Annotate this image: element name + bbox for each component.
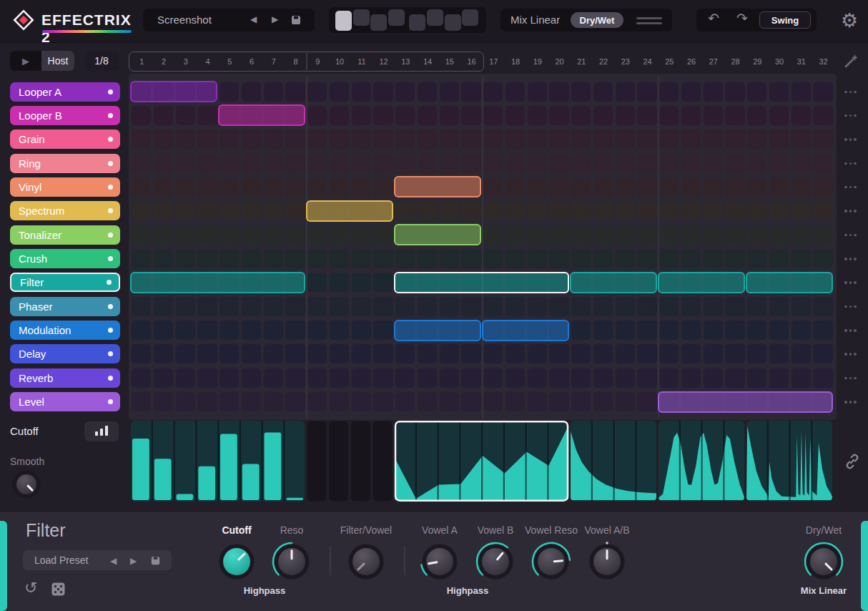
grid-cell[interactable] [747, 249, 766, 268]
grid-cell[interactable] [373, 368, 393, 388]
track-enable-dot[interactable] [108, 233, 113, 238]
column-number-31[interactable]: 31 [791, 53, 813, 70]
grid-cell[interactable] [637, 297, 656, 316]
grid-cell[interactable] [769, 225, 789, 245]
track-button-looper-a[interactable]: Looper A [10, 82, 120, 102]
grid-cell[interactable] [704, 154, 723, 173]
grid-cell[interactable] [791, 201, 811, 220]
grid-cell[interactable] [307, 344, 327, 363]
column-number-1[interactable]: 1 [131, 53, 153, 70]
grid-cell[interactable] [242, 201, 261, 220]
pattern-key-1[interactable] [335, 11, 352, 31]
grid-cell[interactable] [769, 154, 789, 173]
grid-cell[interactable] [813, 177, 832, 197]
grid-cell[interactable] [285, 154, 305, 173]
column-number-19[interactable]: 19 [527, 53, 549, 70]
grid-cell[interactable] [132, 321, 151, 340]
column-number-7[interactable]: 7 [263, 53, 285, 70]
grid-cell[interactable] [418, 201, 437, 220]
grid-cell[interactable] [769, 249, 789, 268]
grid-cell[interactable] [285, 177, 305, 197]
grid-cell[interactable] [769, 177, 789, 197]
grid-cell[interactable] [725, 201, 744, 220]
grid-cell[interactable] [483, 82, 503, 102]
track-button-phaser[interactable]: Phaser [10, 297, 120, 316]
grid-cell[interactable] [747, 154, 766, 173]
grid-cell[interactable] [395, 201, 415, 220]
grid-cell[interactable] [593, 392, 613, 411]
grid-cell[interactable] [747, 344, 766, 363]
grid-cell[interactable] [659, 225, 679, 245]
grid-cell[interactable] [440, 154, 459, 173]
grid-cell[interactable] [461, 249, 480, 268]
reso-knob[interactable] [271, 541, 312, 582]
grid-cell[interactable] [659, 129, 679, 149]
grid-cell[interactable] [176, 392, 195, 411]
grid-cell[interactable] [330, 106, 349, 125]
grid-cell[interactable] [483, 368, 503, 388]
grid-cell[interactable] [747, 321, 766, 340]
grid-cell[interactable] [395, 154, 415, 173]
preset-prev-button[interactable]: ◀ [250, 14, 257, 24]
grid-cell[interactable] [176, 344, 195, 363]
dry-wet-knob[interactable] [803, 541, 844, 582]
grid-cell[interactable] [813, 106, 832, 125]
grid-cell[interactable] [352, 249, 371, 268]
grid-cell[interactable] [220, 201, 239, 220]
grid-cell[interactable] [220, 344, 239, 363]
grid-cell[interactable] [307, 106, 327, 125]
column-number-29[interactable]: 29 [746, 53, 769, 70]
grid-cell[interactable] [528, 129, 547, 149]
grid-cell[interactable] [593, 82, 613, 102]
grid-cell[interactable] [791, 82, 811, 102]
grid-cell[interactable] [593, 368, 613, 388]
grid-cell[interactable] [197, 392, 217, 411]
grid-cell[interactable] [571, 368, 591, 388]
grid-cell[interactable] [352, 273, 371, 292]
grid-cell[interactable] [373, 129, 393, 149]
grid-cell[interactable] [659, 368, 679, 388]
smooth-knob[interactable] [9, 467, 44, 502]
grid-cell[interactable] [505, 82, 525, 102]
column-number-17[interactable]: 17 [483, 53, 505, 70]
row-menu-ellipsis[interactable] [844, 138, 860, 142]
grid-cell[interactable] [176, 129, 195, 149]
grid-cell[interactable] [176, 297, 195, 316]
grid-cell[interactable] [197, 297, 217, 316]
grid-cell[interactable] [725, 154, 744, 173]
grid-cell[interactable] [264, 225, 283, 245]
grid-cell[interactable] [461, 368, 480, 388]
vowel-a-b-knob[interactable] [586, 541, 628, 582]
grid-cell[interactable] [549, 249, 568, 268]
grid-cell[interactable] [593, 249, 613, 268]
grid-cell[interactable] [549, 368, 568, 388]
grid-cell[interactable] [747, 82, 766, 102]
vowel-reso-knob[interactable] [531, 541, 572, 582]
grid-cell[interactable] [747, 225, 766, 245]
pattern-key-5[interactable] [409, 14, 425, 31]
track-enable-dot[interactable] [108, 208, 113, 213]
grid-cell[interactable] [769, 201, 789, 220]
grid-cell[interactable] [549, 201, 568, 220]
grid-cell[interactable] [154, 154, 173, 173]
grid-cell[interactable] [285, 297, 305, 316]
grid-cell[interactable] [242, 297, 261, 316]
grid-cell[interactable] [220, 392, 239, 411]
vowel-a-knob[interactable] [419, 541, 460, 582]
grid-cell[interactable] [505, 154, 525, 173]
column-number-12[interactable]: 12 [373, 53, 395, 70]
grid-cell[interactable] [593, 201, 613, 220]
grid-cell[interactable] [264, 201, 283, 220]
grid-cell[interactable] [769, 106, 789, 125]
pattern-key-7[interactable] [445, 14, 461, 31]
grid-cell[interactable] [330, 392, 349, 411]
cutoff-knob[interactable] [216, 541, 257, 582]
grid-cell[interactable] [659, 297, 679, 316]
grid-cell[interactable] [571, 106, 591, 125]
effect-block-looper-a[interactable] [130, 81, 217, 102]
column-number-18[interactable]: 18 [505, 53, 527, 70]
grid-cell[interactable] [813, 321, 832, 340]
column-number-10[interactable]: 10 [329, 53, 351, 70]
effect-block-modulation[interactable] [394, 320, 481, 341]
grid-cell[interactable] [197, 368, 217, 388]
